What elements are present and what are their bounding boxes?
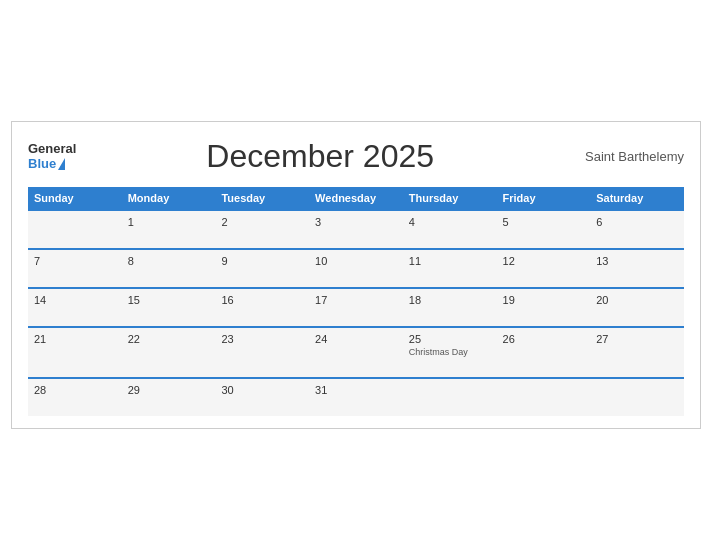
day-number: 12 <box>503 255 585 267</box>
day-number: 18 <box>409 294 491 306</box>
calendar-cell: 10 <box>309 249 403 288</box>
calendar-cell: 30 <box>215 378 309 416</box>
day-number: 1 <box>128 216 210 228</box>
calendar-cell: 14 <box>28 288 122 327</box>
weekday-header-tuesday: Tuesday <box>215 187 309 210</box>
day-number: 25 <box>409 333 491 345</box>
calendar-cell: 9 <box>215 249 309 288</box>
logo-blue-text: Blue <box>28 157 56 171</box>
calendar-cell: 13 <box>590 249 684 288</box>
day-number: 21 <box>34 333 116 345</box>
calendar-cell: 21 <box>28 327 122 378</box>
calendar-cell: 11 <box>403 249 497 288</box>
day-number: 28 <box>34 384 116 396</box>
calendar-cell: 26 <box>497 327 591 378</box>
day-number: 19 <box>503 294 585 306</box>
calendar-cell: 18 <box>403 288 497 327</box>
day-number: 31 <box>315 384 397 396</box>
day-number: 17 <box>315 294 397 306</box>
calendar-cell <box>403 378 497 416</box>
calendar-cell <box>590 378 684 416</box>
calendar-container: General Blue December 2025 Saint Barthel… <box>11 121 701 429</box>
day-number: 14 <box>34 294 116 306</box>
weekday-header-row: SundayMondayTuesdayWednesdayThursdayFrid… <box>28 187 684 210</box>
calendar-header: General Blue December 2025 Saint Barthel… <box>28 138 684 175</box>
day-number: 10 <box>315 255 397 267</box>
day-number: 7 <box>34 255 116 267</box>
calendar-cell: 31 <box>309 378 403 416</box>
day-number: 26 <box>503 333 585 345</box>
day-number: 3 <box>315 216 397 228</box>
calendar-cell: 12 <box>497 249 591 288</box>
calendar-cell: 19 <box>497 288 591 327</box>
calendar-cell: 5 <box>497 210 591 249</box>
calendar-week-row-4: 28293031 <box>28 378 684 416</box>
day-number: 16 <box>221 294 303 306</box>
calendar-cell: 15 <box>122 288 216 327</box>
day-number: 8 <box>128 255 210 267</box>
logo: General Blue <box>28 142 76 171</box>
day-number: 15 <box>128 294 210 306</box>
day-number: 2 <box>221 216 303 228</box>
calendar-cell <box>28 210 122 249</box>
weekday-header-thursday: Thursday <box>403 187 497 210</box>
calendar-week-row-0: 123456 <box>28 210 684 249</box>
day-number: 9 <box>221 255 303 267</box>
calendar-cell: 29 <box>122 378 216 416</box>
calendar-cell: 23 <box>215 327 309 378</box>
calendar-week-row-1: 78910111213 <box>28 249 684 288</box>
calendar-cell: 28 <box>28 378 122 416</box>
calendar-cell: 17 <box>309 288 403 327</box>
calendar-cell: 1 <box>122 210 216 249</box>
calendar-cell: 3 <box>309 210 403 249</box>
calendar-cell: 8 <box>122 249 216 288</box>
weekday-header-saturday: Saturday <box>590 187 684 210</box>
calendar-cell: 7 <box>28 249 122 288</box>
event-label: Christmas Day <box>409 347 491 357</box>
month-title: December 2025 <box>76 138 564 175</box>
calendar-cell: 2 <box>215 210 309 249</box>
weekday-header-friday: Friday <box>497 187 591 210</box>
calendar-cell: 22 <box>122 327 216 378</box>
day-number: 20 <box>596 294 678 306</box>
weekday-header-sunday: Sunday <box>28 187 122 210</box>
calendar-cell: 4 <box>403 210 497 249</box>
region-label: Saint Barthelemy <box>564 149 684 164</box>
weekday-header-wednesday: Wednesday <box>309 187 403 210</box>
day-number: 24 <box>315 333 397 345</box>
calendar-cell <box>497 378 591 416</box>
calendar-tbody: 1234567891011121314151617181920212223242… <box>28 210 684 416</box>
weekday-header-monday: Monday <box>122 187 216 210</box>
calendar-grid: SundayMondayTuesdayWednesdayThursdayFrid… <box>28 187 684 416</box>
day-number: 11 <box>409 255 491 267</box>
calendar-cell: 27 <box>590 327 684 378</box>
day-number: 4 <box>409 216 491 228</box>
calendar-cell: 16 <box>215 288 309 327</box>
calendar-week-row-2: 14151617181920 <box>28 288 684 327</box>
calendar-cell: 20 <box>590 288 684 327</box>
day-number: 27 <box>596 333 678 345</box>
logo-triangle-icon <box>58 158 65 170</box>
day-number: 6 <box>596 216 678 228</box>
day-number: 29 <box>128 384 210 396</box>
calendar-cell: 24 <box>309 327 403 378</box>
day-number: 5 <box>503 216 585 228</box>
calendar-cell: 6 <box>590 210 684 249</box>
calendar-week-row-3: 2122232425Christmas Day2627 <box>28 327 684 378</box>
day-number: 23 <box>221 333 303 345</box>
day-number: 22 <box>128 333 210 345</box>
day-number: 13 <box>596 255 678 267</box>
logo-general-text: General <box>28 142 76 156</box>
calendar-cell: 25Christmas Day <box>403 327 497 378</box>
day-number: 30 <box>221 384 303 396</box>
calendar-thead: SundayMondayTuesdayWednesdayThursdayFrid… <box>28 187 684 210</box>
